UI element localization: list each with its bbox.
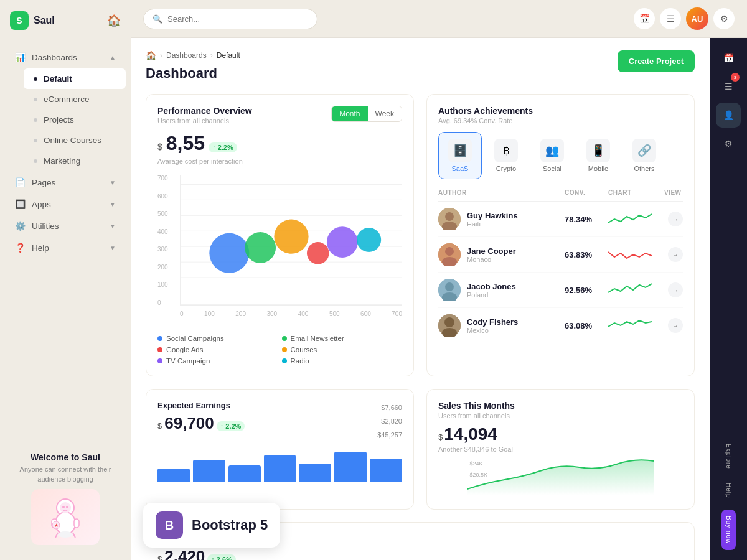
stats-row: Expected Earnings $ 69,700 ↑ 2.2% $7,660… [146,389,695,510]
earnings-value: 69,700 [164,414,214,433]
bar [157,469,190,482]
main-area: 🔍 📅 ☰ AU ⚙ 🏠 › Dashboards [131,0,747,560]
sidebar-arrow-icon[interactable]: 🏠 [107,14,121,27]
nav-dot [34,118,37,122]
buy-now-button[interactable]: Buy now [721,510,736,550]
tab-social[interactable]: 👥 Social [530,132,574,179]
chart-y-labels: 700 600 500 400 300 200 100 0 [157,175,168,306]
legend-label: Radio [291,357,309,365]
svg-point-35 [444,317,454,327]
crypto-icon: ₿ [494,139,518,162]
legend-item: Radio [282,357,403,365]
sidebar-item-projects[interactable]: Projects [24,110,126,130]
perf-header: Performance Overview Users from all chan… [157,106,402,124]
app-name: Saul [34,15,55,26]
author-country: Mexico [467,327,518,334]
author-name: Jane Cooper [467,246,516,256]
sidebar-item-default[interactable]: Default [24,68,126,89]
nav-dot [34,77,37,81]
tab-week[interactable]: Week [368,106,402,121]
settings-icon[interactable]: ⚙ [713,8,735,29]
calendar-panel-icon[interactable]: 📅 [716,45,741,70]
table-row: Jacob Jones Poland 92.56% → [438,273,683,308]
tab-mobile[interactable]: 📱 Mobile [576,132,620,179]
sidebar-item-marketing[interactable]: Marketing [24,151,126,171]
bar [299,464,331,482]
sidebar-item-online-courses[interactable]: Online Courses [24,130,126,151]
earnings-badge: ↑ 2.2% [217,421,245,431]
sidebar-item-ecommerce[interactable]: eCommerce [24,89,126,110]
view-button[interactable]: → [668,247,683,262]
svg-point-21 [274,220,308,254]
breadcrumb: 🏠 › Dashboards › Default [146,50,240,60]
author-country: Haiti [467,220,518,228]
legend-item: TV Campaign [157,357,278,365]
authors-title: Authors Achievements [438,106,683,116]
tab-month[interactable]: Month [332,106,367,121]
legend-item: Courses [282,346,403,353]
legend-item: Google Ads [157,346,278,353]
welcome-subtitle: Anyone can connect with their audience b… [10,465,121,484]
user-avatar[interactable]: AU [686,7,708,30]
legend-label: Email Newsletter [291,335,344,342]
sidebar-item-dashboards[interactable]: 📊 Dashboards ▲ [5,47,126,68]
ds-dollar: $ [157,554,162,560]
author-conv: 78.34% [565,215,608,224]
author-info: Jacob Jones Poland [438,279,565,301]
metric-dollar: $ [157,142,162,152]
search-box[interactable]: 🔍 [143,9,317,29]
sidebar-item-help[interactable]: ❓ Help ▼ [5,237,126,258]
sidebar: S Saul 🏠 📊 Dashboards ▲ Default [0,0,131,560]
bootstrap-label: Bootstrap 5 [192,517,268,533]
tab-crypto[interactable]: ₿ Crypto [484,132,528,179]
sidebar-item-pages[interactable]: 📄 Pages ▼ [5,172,126,193]
menu-icon[interactable]: ☰ [660,8,681,29]
explore-label[interactable]: Explore [725,439,732,474]
content-wrapper: 🏠 › Dashboards › Default Dashboard Creat… [131,38,747,560]
bubble-chart [180,175,402,306]
sidebar-item-apps[interactable]: 🔲 Apps ▼ [5,194,126,215]
breadcrumb-dashboards[interactable]: Dashboards [166,51,207,60]
avatar-panel-icon[interactable]: 👤 [716,103,741,128]
sidebar-item-utilities[interactable]: ⚙️ Utilities ▼ [5,215,126,236]
svg-point-29 [445,247,454,256]
sidebar-item-label: Pages [32,178,55,187]
legend-dot [282,336,287,341]
sales-subtitle: Users from all channels [438,412,683,419]
create-project-button[interactable]: Create Project [618,50,695,72]
sidebar-item-label: Help [32,243,49,253]
avatar [438,208,461,230]
breadcrumb-home[interactable]: 🏠 [146,50,156,60]
sidebar-item-label: Default [44,74,72,83]
mobile-icon: 📱 [586,139,610,162]
perf-subtitle: Users from all channels [157,117,252,124]
sales-chart: $24K $20.5K [438,458,683,495]
sidebar-nav: 📊 Dashboards ▲ Default eCommerce [0,41,131,442]
search-input[interactable] [167,14,308,24]
view-button[interactable]: → [668,212,683,226]
earnings-val1: $7,660 [377,401,402,414]
performance-card: Performance Overview Users from all chan… [146,94,414,376]
authors-tabs: 🗄️ SaaS ₿ Crypto 👥 Social [438,132,683,179]
view-button[interactable]: → [668,282,683,297]
sidebar-header: S Saul 🏠 [0,0,131,41]
metric-label: Avarage cost per interaction [157,157,402,165]
earnings-breakdown: $7,660 $2,820 $45,257 [377,401,402,442]
svg-point-3 [58,531,73,538]
tab-others[interactable]: 🔗 Others [622,132,666,179]
tab-saas[interactable]: 🗄️ SaaS [438,132,482,179]
table-header: AUTHOR CONV. CHART VIEW [438,187,683,202]
author-name: Cody Fishers [467,317,518,327]
calendar-icon[interactable]: 📅 [634,8,655,29]
svg-point-20 [245,232,276,263]
author-conv: 63.08% [565,321,608,330]
svg-line-7 [73,533,75,538]
author-country: Monaco [467,256,516,263]
logo-icon: S [10,11,29,30]
author-info: Cody Fishers Mexico [438,314,565,337]
help-label[interactable]: Help [725,478,732,503]
legend-dot [282,347,287,352]
page-header: 🏠 › Dashboards › Default Dashboard Creat… [146,50,695,94]
tool-panel-icon[interactable]: ⚙ [716,131,741,156]
view-button[interactable]: → [668,318,683,333]
